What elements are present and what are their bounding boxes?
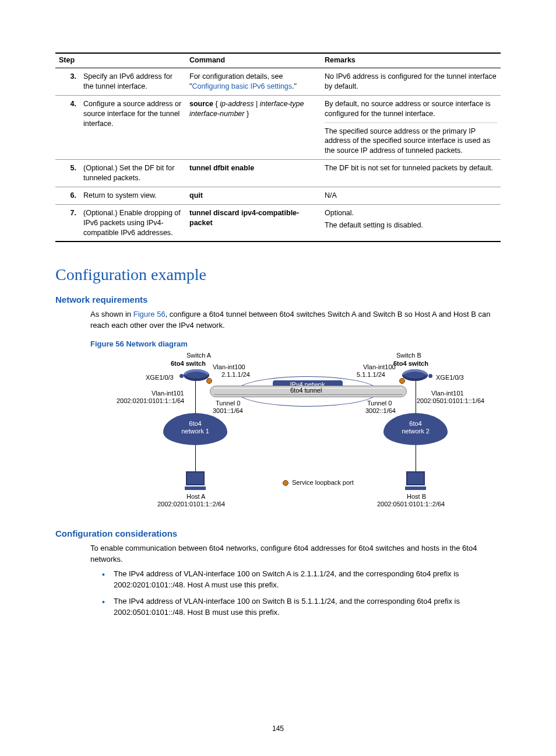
host-icon [405, 471, 426, 490]
switch-icon [402, 369, 428, 381]
page-number: 145 [0, 724, 556, 733]
host-icon [185, 471, 206, 490]
confcons-para: To enable communication between 6to4 net… [90, 543, 501, 565]
netreq-para: As shown in Figure 56, configure a 6to4 … [90, 309, 501, 331]
network-diagram: Switch A 6to4 switch Switch B 6to4 switc… [125, 352, 487, 518]
th-step: Step [55, 53, 186, 68]
6to4-cloud: 6to4 network 1 [163, 413, 227, 445]
steps-table: Step Command Remarks 3. Specify an IPv6 … [55, 52, 501, 242]
loopback-port-icon [283, 480, 288, 486]
legend: Service loopback port [283, 479, 354, 486]
table-row: 5. (Optional.) Set the DF bit for tunnel… [55, 160, 501, 187]
list-item: The IPv4 address of VLAN-interface 100 o… [102, 569, 501, 591]
table-row: 4. Configure a source address or source … [55, 95, 501, 159]
loopback-port-icon [399, 378, 405, 384]
figure-caption: Figure 56 Network diagram [90, 340, 501, 348]
port-dot-icon [180, 374, 184, 378]
link-figure56[interactable]: Figure 56 [133, 310, 166, 318]
confcons-list: The IPv4 address of VLAN-interface 100 o… [102, 569, 501, 618]
table-row: 6. Return to system view. quit N/A [55, 187, 501, 204]
link-ipv6-settings[interactable]: Configuring basic IPv6 settings [192, 82, 292, 90]
netreq-heading: Network requirements [55, 295, 501, 304]
port-dot-icon [428, 374, 432, 378]
switch-icon [184, 369, 209, 381]
th-command: Command [186, 53, 321, 68]
6to4-cloud: 6to4 network 2 [383, 413, 448, 445]
table-row: 3. Specify an IPv6 address for the tunne… [55, 68, 501, 96]
section-heading: Configuration example [55, 265, 501, 284]
confcons-heading: Configuration considerations [55, 528, 501, 538]
th-remarks: Remarks [321, 53, 501, 68]
loopback-port-icon [206, 378, 212, 384]
table-row: 7. (Optional.) Enable dropping of IPv6 p… [55, 204, 501, 242]
list-item: The IPv4 address of VLAN-interface 100 o… [102, 596, 501, 618]
